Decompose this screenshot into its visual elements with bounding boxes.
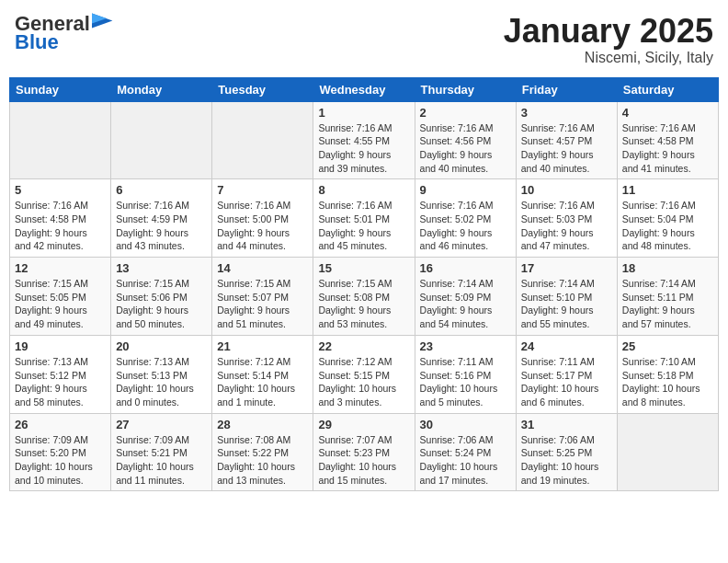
calendar-day-28: 28Sunrise: 7:08 AM Sunset: 5:22 PM Dayli…: [212, 413, 313, 491]
day-number: 9: [420, 183, 511, 197]
calendar-header-row: SundayMondayTuesdayWednesdayThursdayFrid…: [10, 77, 719, 101]
day-number: 14: [217, 261, 308, 275]
calendar-day-22: 22Sunrise: 7:12 AM Sunset: 5:15 PM Dayli…: [313, 335, 415, 413]
calendar-day-1: 1Sunrise: 7:16 AM Sunset: 4:55 PM Daylig…: [313, 101, 415, 179]
calendar-day-4: 4Sunrise: 7:16 AM Sunset: 4:58 PM Daylig…: [617, 101, 718, 179]
day-info: Sunrise: 7:06 AM Sunset: 5:25 PM Dayligh…: [521, 433, 612, 488]
day-number: 28: [217, 418, 308, 431]
calendar-week-5: 26Sunrise: 7:09 AM Sunset: 5:20 PM Dayli…: [10, 413, 719, 491]
col-header-tuesday: Tuesday: [212, 77, 313, 101]
page-header: General Blue January 2025 Niscemi, Sicil…: [9, 9, 719, 70]
calendar-day-10: 10Sunrise: 7:16 AM Sunset: 5:03 PM Dayli…: [516, 179, 617, 258]
day-number: 5: [15, 183, 106, 197]
day-info: Sunrise: 7:15 AM Sunset: 5:07 PM Dayligh…: [217, 277, 308, 331]
day-number: 24: [521, 339, 612, 353]
col-header-wednesday: Wednesday: [313, 77, 415, 101]
day-info: Sunrise: 7:11 AM Sunset: 5:17 PM Dayligh…: [521, 355, 612, 409]
day-info: Sunrise: 7:16 AM Sunset: 5:00 PM Dayligh…: [217, 199, 308, 253]
calendar-day-24: 24Sunrise: 7:11 AM Sunset: 5:17 PM Dayli…: [516, 335, 617, 413]
empty-cell: [111, 101, 212, 179]
day-info: Sunrise: 7:16 AM Sunset: 5:02 PM Dayligh…: [420, 199, 511, 253]
day-info: Sunrise: 7:08 AM Sunset: 5:22 PM Dayligh…: [217, 433, 308, 488]
calendar-day-16: 16Sunrise: 7:14 AM Sunset: 5:09 PM Dayli…: [415, 258, 516, 336]
calendar-day-14: 14Sunrise: 7:15 AM Sunset: 5:07 PM Dayli…: [212, 258, 313, 336]
calendar-day-12: 12Sunrise: 7:15 AM Sunset: 5:05 PM Dayli…: [10, 258, 111, 336]
day-number: 17: [521, 261, 612, 275]
day-number: 20: [116, 339, 207, 353]
day-number: 10: [521, 183, 612, 197]
calendar-day-17: 17Sunrise: 7:14 AM Sunset: 5:10 PM Dayli…: [516, 258, 617, 336]
day-info: Sunrise: 7:14 AM Sunset: 5:11 PM Dayligh…: [622, 277, 713, 331]
day-number: 7: [217, 183, 308, 197]
calendar-day-20: 20Sunrise: 7:13 AM Sunset: 5:13 PM Dayli…: [111, 335, 212, 413]
day-info: Sunrise: 7:16 AM Sunset: 4:55 PM Dayligh…: [318, 121, 409, 176]
day-number: 25: [622, 339, 713, 353]
day-info: Sunrise: 7:16 AM Sunset: 4:58 PM Dayligh…: [15, 199, 106, 253]
day-info: Sunrise: 7:11 AM Sunset: 5:16 PM Dayligh…: [420, 355, 511, 409]
day-info: Sunrise: 7:16 AM Sunset: 5:01 PM Dayligh…: [318, 199, 409, 253]
day-info: Sunrise: 7:12 AM Sunset: 5:14 PM Dayligh…: [217, 355, 308, 409]
calendar-day-5: 5Sunrise: 7:16 AM Sunset: 4:58 PM Daylig…: [10, 179, 111, 258]
day-info: Sunrise: 7:15 AM Sunset: 5:08 PM Dayligh…: [318, 277, 409, 331]
empty-cell: [10, 101, 111, 179]
day-info: Sunrise: 7:16 AM Sunset: 4:56 PM Dayligh…: [420, 121, 511, 176]
calendar-week-4: 19Sunrise: 7:13 AM Sunset: 5:12 PM Dayli…: [10, 335, 719, 413]
day-info: Sunrise: 7:16 AM Sunset: 5:04 PM Dayligh…: [622, 199, 713, 253]
day-info: Sunrise: 7:15 AM Sunset: 5:05 PM Dayligh…: [15, 277, 106, 331]
day-info: Sunrise: 7:16 AM Sunset: 4:57 PM Dayligh…: [521, 121, 612, 176]
calendar-day-31: 31Sunrise: 7:06 AM Sunset: 5:25 PM Dayli…: [516, 413, 617, 491]
calendar-day-26: 26Sunrise: 7:09 AM Sunset: 5:20 PM Dayli…: [10, 413, 111, 491]
calendar-day-7: 7Sunrise: 7:16 AM Sunset: 5:00 PM Daylig…: [212, 179, 313, 258]
calendar-day-8: 8Sunrise: 7:16 AM Sunset: 5:01 PM Daylig…: [313, 179, 415, 258]
day-info: Sunrise: 7:16 AM Sunset: 4:59 PM Dayligh…: [116, 199, 207, 253]
day-number: 29: [318, 418, 409, 431]
calendar-day-9: 9Sunrise: 7:16 AM Sunset: 5:02 PM Daylig…: [415, 179, 516, 258]
day-number: 1: [318, 106, 409, 120]
day-info: Sunrise: 7:09 AM Sunset: 5:20 PM Dayligh…: [15, 433, 106, 488]
calendar-day-19: 19Sunrise: 7:13 AM Sunset: 5:12 PM Dayli…: [10, 335, 111, 413]
calendar-week-3: 12Sunrise: 7:15 AM Sunset: 5:05 PM Dayli…: [10, 258, 719, 336]
day-number: 8: [318, 183, 409, 197]
location-subtitle: Niscemi, Sicily, Italy: [504, 50, 713, 66]
day-number: 3: [521, 106, 612, 120]
day-number: 6: [116, 183, 207, 197]
day-info: Sunrise: 7:13 AM Sunset: 5:12 PM Dayligh…: [15, 355, 106, 409]
calendar-day-23: 23Sunrise: 7:11 AM Sunset: 5:16 PM Dayli…: [415, 335, 516, 413]
day-info: Sunrise: 7:14 AM Sunset: 5:09 PM Dayligh…: [420, 277, 511, 331]
logo-flag-icon: [92, 13, 114, 31]
col-header-sunday: Sunday: [10, 77, 111, 101]
day-info: Sunrise: 7:14 AM Sunset: 5:10 PM Dayligh…: [521, 277, 612, 331]
day-info: Sunrise: 7:12 AM Sunset: 5:15 PM Dayligh…: [318, 355, 409, 409]
calendar-day-25: 25Sunrise: 7:10 AM Sunset: 5:18 PM Dayli…: [617, 335, 718, 413]
calendar-day-30: 30Sunrise: 7:06 AM Sunset: 5:24 PM Dayli…: [415, 413, 516, 491]
col-header-monday: Monday: [111, 77, 212, 101]
day-number: 31: [521, 418, 612, 431]
day-info: Sunrise: 7:15 AM Sunset: 5:06 PM Dayligh…: [116, 277, 207, 331]
col-header-friday: Friday: [516, 77, 617, 101]
calendar-day-29: 29Sunrise: 7:07 AM Sunset: 5:23 PM Dayli…: [313, 413, 415, 491]
day-info: Sunrise: 7:07 AM Sunset: 5:23 PM Dayligh…: [318, 433, 409, 488]
day-info: Sunrise: 7:16 AM Sunset: 4:58 PM Dayligh…: [622, 121, 713, 176]
calendar-day-15: 15Sunrise: 7:15 AM Sunset: 5:08 PM Dayli…: [313, 258, 415, 336]
day-number: 21: [217, 339, 308, 353]
calendar-day-21: 21Sunrise: 7:12 AM Sunset: 5:14 PM Dayli…: [212, 335, 313, 413]
day-info: Sunrise: 7:13 AM Sunset: 5:13 PM Dayligh…: [116, 355, 207, 409]
day-number: 19: [15, 339, 106, 353]
calendar-day-3: 3Sunrise: 7:16 AM Sunset: 4:57 PM Daylig…: [516, 101, 617, 179]
logo: General Blue: [15, 13, 114, 53]
day-number: 26: [15, 418, 106, 431]
day-number: 4: [622, 106, 713, 120]
day-info: Sunrise: 7:10 AM Sunset: 5:18 PM Dayligh…: [622, 355, 713, 409]
calendar-day-6: 6Sunrise: 7:16 AM Sunset: 4:59 PM Daylig…: [111, 179, 212, 258]
calendar-day-18: 18Sunrise: 7:14 AM Sunset: 5:11 PM Dayli…: [617, 258, 718, 336]
day-number: 30: [420, 418, 511, 431]
day-number: 18: [622, 261, 713, 275]
day-number: 23: [420, 339, 511, 353]
calendar-table: SundayMondayTuesdayWednesdayThursdayFrid…: [9, 77, 719, 492]
calendar-day-27: 27Sunrise: 7:09 AM Sunset: 5:21 PM Dayli…: [111, 413, 212, 491]
day-info: Sunrise: 7:06 AM Sunset: 5:24 PM Dayligh…: [420, 433, 511, 488]
calendar-week-2: 5Sunrise: 7:16 AM Sunset: 4:58 PM Daylig…: [10, 179, 719, 258]
day-info: Sunrise: 7:09 AM Sunset: 5:21 PM Dayligh…: [116, 433, 207, 488]
day-number: 13: [116, 261, 207, 275]
day-number: 16: [420, 261, 511, 275]
